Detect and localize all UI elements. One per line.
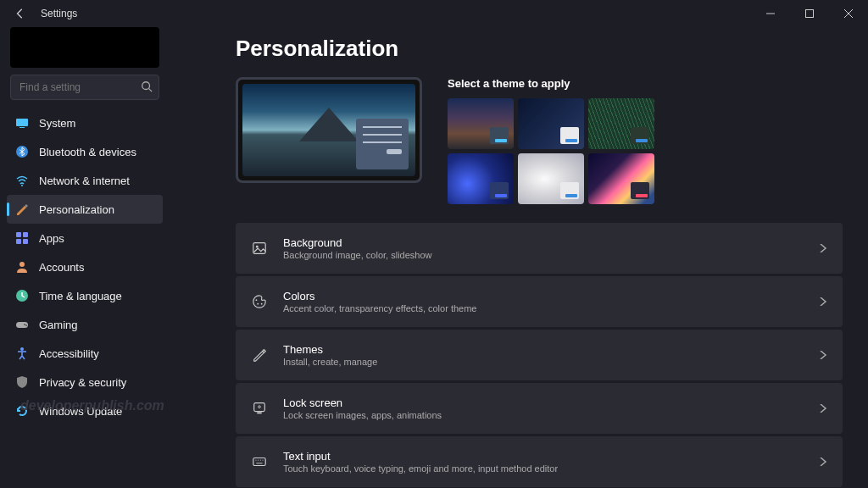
sidebar-item-label: Time & language bbox=[39, 290, 122, 302]
option-themes[interactable]: ThemesInstall, create, manage bbox=[236, 330, 843, 380]
sidebar-item-label: System bbox=[39, 117, 75, 130]
sidebar-item-accessibility[interactable]: Accessibility bbox=[7, 339, 163, 368]
option-title: Background bbox=[283, 236, 804, 249]
option-sub: Background image, color, slideshow bbox=[283, 250, 804, 260]
profile-block[interactable] bbox=[10, 27, 159, 68]
search-box bbox=[10, 75, 159, 100]
network-icon bbox=[15, 174, 29, 187]
search-input[interactable] bbox=[10, 75, 159, 100]
sidebar-item-label: Bluetooth & devices bbox=[39, 146, 136, 158]
nav-list: System Bluetooth & devices Network & int… bbox=[7, 108, 163, 425]
svg-point-7 bbox=[21, 185, 23, 186]
svg-rect-1 bbox=[806, 10, 814, 18]
apps-icon bbox=[15, 231, 29, 245]
sidebar-item-label: Personalization bbox=[39, 203, 114, 216]
window-controls bbox=[751, 0, 868, 27]
svg-point-12 bbox=[19, 262, 25, 267]
sidebar-item-gaming[interactable]: Gaming bbox=[7, 310, 163, 339]
option-title: Lock screen bbox=[283, 396, 804, 409]
theme-tile[interactable] bbox=[518, 98, 584, 149]
sidebar-item-bluetooth[interactable]: Bluetooth & devices bbox=[7, 137, 163, 166]
svg-point-20 bbox=[256, 299, 258, 301]
option-sub: Install, create, manage bbox=[283, 357, 804, 367]
sidebar-item-time[interactable]: Time & language bbox=[7, 281, 163, 310]
option-sub: Touch keyboard, voice typing, emoji and … bbox=[283, 463, 804, 474]
svg-rect-11 bbox=[23, 239, 28, 244]
sidebar-item-label: Network & internet bbox=[39, 175, 130, 187]
sidebar-item-network[interactable]: Network & internet bbox=[7, 166, 163, 195]
colors-icon bbox=[251, 293, 268, 310]
maximize-button[interactable] bbox=[790, 0, 829, 27]
option-lockscreen[interactable]: Lock screenLock screen images, apps, ani… bbox=[236, 383, 843, 434]
svg-rect-10 bbox=[16, 239, 21, 244]
option-background[interactable]: BackgroundBackground image, color, slide… bbox=[236, 223, 843, 274]
accounts-icon bbox=[15, 260, 29, 274]
system-icon bbox=[15, 116, 29, 130]
theme-tile[interactable] bbox=[518, 153, 584, 204]
svg-point-15 bbox=[24, 324, 25, 325]
themes-title: Select a theme to apply bbox=[448, 77, 843, 90]
top-area: Select a theme to apply bbox=[236, 77, 843, 204]
sidebar-item-label: Accounts bbox=[39, 261, 84, 274]
theme-tile[interactable] bbox=[448, 153, 514, 204]
update-icon bbox=[15, 404, 29, 418]
close-icon bbox=[844, 9, 853, 18]
option-sub: Lock screen images, apps, animations bbox=[283, 410, 804, 420]
window-title: Settings bbox=[41, 8, 77, 19]
option-sub: Accent color, transparency effects, colo… bbox=[283, 303, 804, 313]
accessibility-icon bbox=[15, 347, 29, 360]
keyboard-icon bbox=[251, 453, 268, 470]
svg-point-16 bbox=[25, 324, 27, 326]
svg-point-2 bbox=[142, 82, 150, 90]
bluetooth-icon bbox=[15, 145, 29, 158]
sidebar-item-label: Accessibility bbox=[39, 347, 99, 360]
option-title: Colors bbox=[283, 290, 804, 302]
theme-grid bbox=[448, 98, 843, 204]
preview-window bbox=[356, 119, 409, 169]
theme-tile[interactable] bbox=[588, 98, 654, 149]
sidebar-item-label: Privacy & security bbox=[39, 376, 126, 389]
option-textinput[interactable]: Text inputTouch keyboard, voice typing, … bbox=[236, 436, 843, 487]
svg-rect-23 bbox=[254, 403, 265, 412]
desktop-preview bbox=[236, 77, 422, 183]
gaming-icon bbox=[15, 318, 29, 331]
svg-rect-24 bbox=[257, 413, 261, 414]
close-button[interactable] bbox=[829, 0, 868, 27]
svg-rect-8 bbox=[16, 232, 21, 237]
chevron-right-icon bbox=[819, 244, 827, 252]
page-title: Personalization bbox=[236, 36, 843, 62]
theme-tile[interactable] bbox=[448, 98, 514, 149]
lockscreen-icon bbox=[251, 400, 268, 417]
personalization-icon bbox=[15, 202, 29, 216]
svg-point-25 bbox=[259, 406, 261, 408]
main-content[interactable]: Personalization Select a theme to apply bbox=[170, 27, 868, 488]
back-button[interactable] bbox=[10, 3, 31, 24]
option-title: Themes bbox=[283, 343, 804, 356]
svg-point-19 bbox=[256, 246, 259, 248]
minimize-icon bbox=[766, 9, 775, 18]
sidebar-item-update[interactable]: Windows Update bbox=[7, 396, 163, 425]
minimize-button[interactable] bbox=[751, 0, 790, 27]
theme-tile[interactable] bbox=[588, 153, 654, 204]
themes-block: Select a theme to apply bbox=[448, 77, 843, 204]
sidebar-item-personalization[interactable]: Personalization bbox=[7, 195, 163, 224]
sidebar-item-label: Windows Update bbox=[39, 405, 122, 418]
sidebar: System Bluetooth & devices Network & int… bbox=[0, 27, 170, 488]
sidebar-item-privacy[interactable]: Privacy & security bbox=[7, 368, 163, 396]
arrow-left-icon bbox=[14, 8, 26, 19]
chevron-right-icon bbox=[819, 404, 827, 413]
chevron-right-icon bbox=[819, 351, 827, 359]
sidebar-item-label: Gaming bbox=[39, 319, 78, 331]
sidebar-item-system[interactable]: System bbox=[7, 108, 163, 137]
sidebar-item-apps[interactable]: Apps bbox=[7, 224, 163, 252]
sidebar-item-accounts[interactable]: Accounts bbox=[7, 252, 163, 281]
svg-point-17 bbox=[20, 347, 24, 351]
svg-point-21 bbox=[257, 303, 259, 305]
svg-rect-18 bbox=[253, 243, 265, 254]
option-colors[interactable]: ColorsAccent color, transparency effects… bbox=[236, 276, 843, 327]
titlebar: Settings bbox=[0, 0, 868, 27]
svg-rect-4 bbox=[16, 119, 28, 126]
option-title: Text input bbox=[283, 450, 804, 463]
privacy-icon bbox=[15, 375, 29, 389]
chevron-right-icon bbox=[819, 458, 827, 466]
